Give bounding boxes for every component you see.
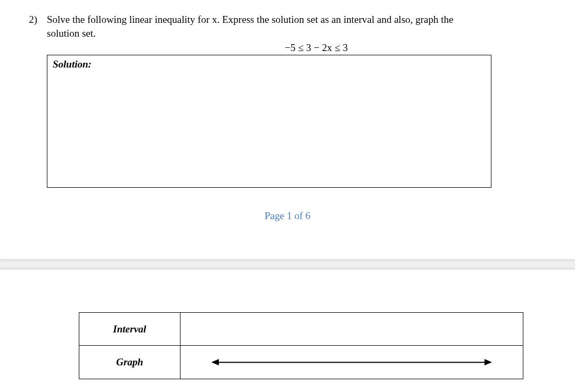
problem-body: Solve the following linear inequality fo… [47, 13, 554, 188]
graph-label-cell: Graph [79, 346, 180, 379]
number-line [212, 346, 491, 379]
interval-row: Interval [79, 313, 523, 346]
interval-label-cell: Interval [79, 313, 180, 346]
arrow-right-icon [484, 359, 492, 365]
prompt-line-1: Solve the following linear inequality fo… [47, 14, 454, 25]
problem-number: 2) [21, 13, 37, 26]
page-indicator: Page 1 of 6 [21, 210, 554, 222]
solution-label: Solution: [53, 59, 92, 70]
problem-prompt: Solve the following linear inequality fo… [47, 13, 554, 40]
graph-row: Graph [79, 346, 523, 379]
interval-value-cell [180, 313, 523, 346]
solution-box: Solution: [47, 55, 491, 188]
prompt-line-2: solution set. [47, 28, 96, 39]
inequality-equation: −5 ≤ 3 − 2x ≤ 3 [79, 42, 554, 54]
graph-value-cell [180, 346, 523, 379]
number-line-axis [212, 362, 491, 363]
problem-block: 2) Solve the following linear inequality… [21, 13, 554, 188]
page-break-gap [0, 259, 575, 270]
answer-table: Interval Graph [79, 312, 523, 379]
